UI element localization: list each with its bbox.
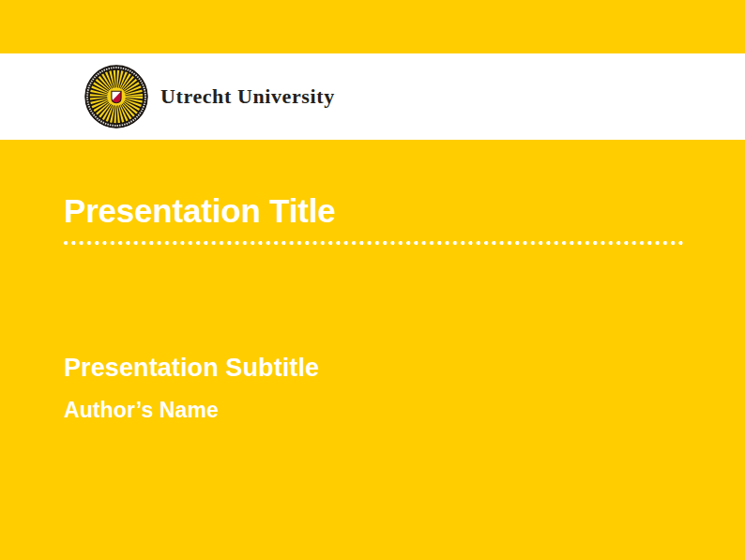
university-logo-lockup: Utrecht University bbox=[84, 65, 335, 129]
university-wordmark: Utrecht University bbox=[160, 84, 335, 109]
title-dotted-rule bbox=[63, 240, 686, 246]
author-name: Author’s Name bbox=[64, 398, 219, 422]
utrecht-university-seal-icon bbox=[84, 65, 148, 129]
header-band: Utrecht University bbox=[0, 53, 745, 140]
presentation-subtitle: Presentation Subtitle bbox=[64, 354, 319, 383]
presentation-title: Presentation Title bbox=[64, 192, 335, 230]
